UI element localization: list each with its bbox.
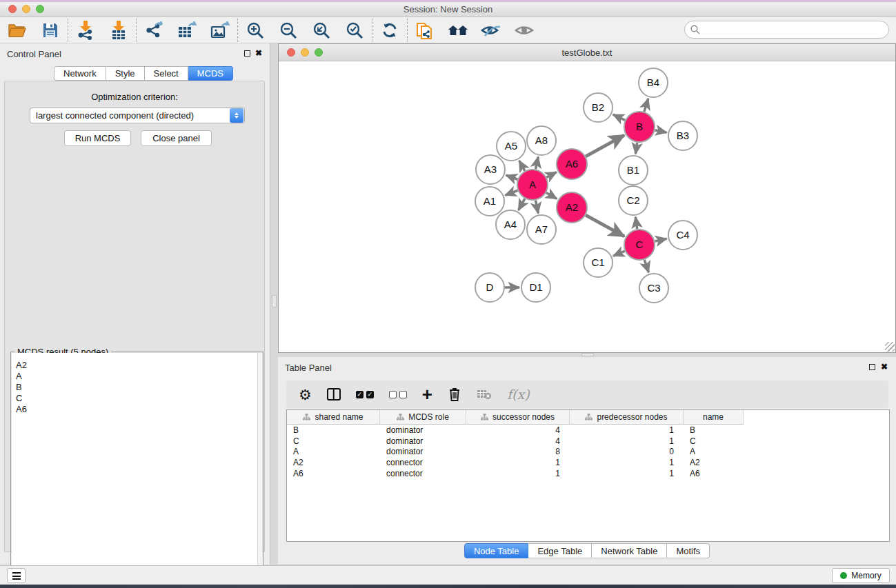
control-panel-close-icon[interactable]: ✖: [255, 48, 262, 58]
edge-B-B3[interactable]: [655, 130, 667, 133]
edge-A-A4[interactable]: [519, 199, 525, 210]
cell-predecessor-nodes[interactable]: 1: [570, 457, 684, 468]
column-header-predecessor-nodes[interactable]: predecessor nodes: [570, 410, 684, 425]
cell-name[interactable]: B: [684, 425, 744, 436]
result-list-scrollbar[interactable]: [257, 353, 262, 588]
zoom-out-icon[interactable]: [278, 20, 299, 41]
edge-A-A3[interactable]: [506, 175, 518, 179]
table-row[interactable]: Bdominator41B: [287, 425, 889, 436]
zoom-in-icon[interactable]: [245, 20, 266, 41]
cell-successor-nodes[interactable]: 1: [466, 468, 570, 479]
cell-shared-name[interactable]: A: [287, 446, 380, 457]
mcds-result-list[interactable]: A2ABCA6: [12, 353, 262, 588]
column-header-MCDS-role[interactable]: MCDS role: [380, 410, 466, 425]
node-C3[interactable]: C3: [639, 274, 668, 303]
edge-A6-B[interactable]: [586, 135, 624, 156]
node-B1[interactable]: B1: [619, 156, 648, 185]
node-A5[interactable]: A5: [497, 132, 526, 161]
cell-successor-nodes[interactable]: 8: [466, 446, 570, 457]
node-D[interactable]: D: [475, 273, 504, 302]
tab-mcds[interactable]: MCDS: [188, 66, 233, 81]
criterion-dropdown[interactable]: largest connected component (directed): [30, 108, 245, 123]
cell-shared-name[interactable]: A2: [287, 457, 380, 468]
edge-A-A6[interactable]: [546, 172, 557, 178]
table-row[interactable]: Cdominator41C: [287, 436, 889, 447]
cell-shared-name[interactable]: C: [287, 436, 380, 447]
hide-selected-eye-icon[interactable]: [481, 20, 501, 41]
delete-column-trash-icon[interactable]: [448, 385, 461, 403]
memory-button[interactable]: Memory: [832, 568, 890, 583]
result-list-item[interactable]: A: [16, 371, 262, 382]
edge-C-C3[interactable]: [644, 260, 648, 272]
add-column-icon[interactable]: +: [422, 385, 432, 403]
tab-network-table[interactable]: Network Table: [592, 543, 667, 558]
panel-divider-handle-horizontal[interactable]: [581, 353, 594, 356]
control-panel-float-icon[interactable]: [244, 50, 250, 57]
result-list-item[interactable]: A2: [16, 360, 262, 371]
edge-B-B2[interactable]: [613, 114, 625, 120]
edge-C-C4[interactable]: [655, 239, 666, 241]
node-C2[interactable]: C2: [619, 186, 648, 215]
tab-node-table[interactable]: Node Table: [464, 543, 529, 558]
edge-A-A1[interactable]: [505, 190, 517, 195]
column-header-successor-nodes[interactable]: successor nodes: [466, 410, 570, 425]
edge-C-C1[interactable]: [613, 251, 625, 256]
edge-A-A2[interactable]: [546, 193, 557, 199]
node-B2[interactable]: B2: [584, 93, 613, 122]
table-row[interactable]: A2connector11A2: [287, 457, 889, 468]
node-table[interactable]: shared nameMCDS rolesuccessor nodesprede…: [286, 409, 890, 542]
edge-A-A5[interactable]: [519, 161, 525, 171]
show-column-icon[interactable]: [327, 385, 341, 403]
save-session-icon[interactable]: [40, 20, 61, 41]
zoom-selected-icon[interactable]: [344, 20, 365, 41]
export-image-icon[interactable]: [210, 20, 230, 41]
edge-B-B1[interactable]: [635, 143, 637, 154]
panel-divider-handle-vertical[interactable]: [272, 295, 277, 307]
node-A[interactable]: A: [517, 170, 548, 200]
edge-C-C2[interactable]: [635, 217, 637, 229]
cell-MCDS-role[interactable]: connector: [380, 457, 466, 468]
cell-MCDS-role[interactable]: connector: [380, 468, 466, 479]
cell-name[interactable]: A2: [684, 457, 744, 468]
refresh-icon[interactable]: [379, 20, 400, 41]
import-table-icon[interactable]: [108, 20, 129, 41]
cell-successor-nodes[interactable]: 4: [466, 436, 570, 447]
home-icon[interactable]: [448, 20, 468, 41]
node-B[interactable]: B: [624, 112, 655, 142]
node-A7[interactable]: A7: [527, 215, 556, 244]
edge-A-A8[interactable]: [536, 157, 539, 170]
delete-table-icon[interactable]: [477, 385, 492, 403]
import-network-icon[interactable]: [75, 20, 96, 41]
show-all-eye-icon[interactable]: [514, 20, 535, 41]
node-C4[interactable]: C4: [668, 221, 697, 250]
tab-edge-table[interactable]: Edge Table: [528, 543, 592, 558]
open-file-icon[interactable]: [7, 20, 28, 41]
export-network-icon[interactable]: [143, 20, 164, 41]
table-panel-close-icon[interactable]: ✖: [881, 362, 888, 372]
cell-MCDS-role[interactable]: dominator: [380, 446, 466, 457]
node-B4[interactable]: B4: [639, 68, 668, 97]
network-graph[interactable]: B4B2BB3A5A8A6A3AB1A1C2A2A4A7C4CC1C3DD1: [279, 61, 895, 352]
column-header-shared-name[interactable]: shared name: [287, 410, 380, 425]
table-panel-float-icon[interactable]: [869, 364, 875, 370]
column-header-name[interactable]: name: [684, 410, 744, 425]
cell-MCDS-role[interactable]: dominator: [380, 436, 466, 447]
result-list-item[interactable]: A6: [16, 404, 262, 415]
result-list-item[interactable]: C: [16, 393, 262, 404]
task-history-button[interactable]: [7, 568, 26, 583]
node-A2[interactable]: A2: [557, 192, 587, 223]
clone-network-icon[interactable]: [415, 20, 435, 41]
cell-name[interactable]: A6: [684, 468, 744, 479]
select-all-checkboxes-icon[interactable]: ✓✓: [356, 385, 374, 403]
run-mcds-button[interactable]: Run MCDS: [64, 130, 131, 146]
cell-shared-name[interactable]: B: [287, 425, 380, 436]
node-A1[interactable]: A1: [475, 187, 504, 216]
cell-predecessor-nodes[interactable]: 1: [570, 436, 684, 447]
table-row[interactable]: Adominator80A: [287, 446, 889, 457]
cell-predecessor-nodes[interactable]: 1: [570, 425, 684, 436]
edge-A2-C[interactable]: [586, 215, 624, 236]
tab-style[interactable]: Style: [106, 66, 145, 81]
edge-A-A7[interactable]: [536, 201, 539, 214]
network-window-titlebar[interactable]: testGlobe.txt: [279, 44, 895, 61]
node-B3[interactable]: B3: [668, 121, 697, 150]
